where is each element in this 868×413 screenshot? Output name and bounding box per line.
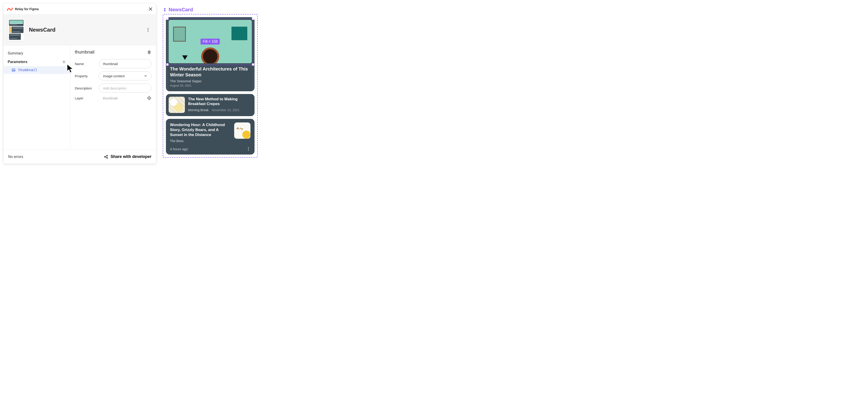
story-title: Wondering Hour: A Childhood Story, Grizz… [170, 123, 231, 137]
svg-point-6 [149, 98, 149, 98]
name-input[interactable] [99, 59, 151, 68]
share-with-developer-button[interactable]: Share with developer [104, 154, 151, 159]
component-header: NewsCard [4, 14, 156, 45]
relay-plugin-panel: Relay for Figma NewsCard Summary Paramet… [4, 4, 156, 164]
news-card-list[interactable]: The New Method to Making Breakfast Crepe… [166, 94, 254, 116]
property-value: image-content [103, 74, 125, 78]
panel-footer: No errors Share with developer [4, 150, 156, 164]
layer-value: thumbnail [99, 96, 143, 100]
parameter-item-label: thumbnail [18, 68, 37, 72]
svg-point-12 [248, 150, 249, 151]
plugin-title: Relay for Figma [15, 7, 148, 11]
parameter-detail-pane: thumbnail Name Property image-content [70, 45, 156, 150]
description-input[interactable] [99, 84, 151, 93]
selection-rect[interactable]: Fill × 158 [167, 19, 253, 65]
layer-label: Layer [75, 96, 95, 100]
image-icon [12, 68, 16, 72]
add-parameter-icon[interactable] [62, 60, 66, 64]
sidebar-summary[interactable]: Summary [4, 49, 70, 58]
panel-body: Summary Parameters thumbnail thumbnail [4, 45, 156, 150]
selection-size-badge: Fill × 158 [200, 39, 220, 44]
figma-component-name: NewsCard [168, 7, 193, 13]
parameter-detail-title: thumbnail [75, 50, 94, 55]
list-date: November 10, 2021 [212, 108, 240, 112]
more-vertical-icon[interactable] [246, 147, 250, 151]
hero-thumbnail-wrapper: Fill × 158 [168, 20, 252, 63]
hero-title: The Wonderful Architectures of This Wint… [170, 66, 250, 78]
sidebar: Summary Parameters thumbnail [4, 45, 70, 150]
property-select[interactable]: image-content [99, 71, 151, 81]
name-label: Name [75, 62, 95, 66]
figma-canvas: NewsCard Fill × 158 The Wonderfu [163, 7, 258, 158]
story-thumbnail [234, 123, 250, 139]
relay-logo-icon [7, 7, 13, 11]
svg-point-11 [248, 149, 249, 149]
component-preview-thumbnail [8, 19, 24, 41]
list-thumbnail [168, 97, 185, 113]
news-card-hero[interactable]: Fill × 158 The Wonderful Architectures o… [166, 17, 254, 91]
selection-handle-tr[interactable] [252, 18, 254, 20]
chevron-down-icon [144, 74, 147, 77]
hero-date: August 25, 2021 [170, 84, 250, 87]
list-title: The New Method to Making Breakfast Crepe… [188, 97, 251, 106]
figma-component-label[interactable]: NewsCard [163, 7, 258, 13]
svg-point-1 [148, 29, 148, 30]
description-label: Description [75, 86, 95, 90]
component-name: NewsCard [29, 27, 145, 33]
svg-point-8 [107, 155, 107, 156]
parameters-label: Parameters [8, 60, 27, 64]
svg-point-2 [148, 31, 148, 31]
locate-layer-icon[interactable] [147, 96, 151, 100]
delete-icon[interactable] [147, 50, 151, 55]
news-card-story[interactable]: Wondering Hour: A Childhood Story, Grizz… [166, 119, 254, 155]
errors-status: No errors [8, 155, 23, 159]
story-time-ago: 4 hours ago [170, 147, 188, 151]
share-icon [104, 155, 108, 159]
more-vertical-icon[interactable] [145, 26, 151, 33]
close-icon[interactable] [148, 7, 153, 11]
property-label: Property [75, 74, 95, 78]
hero-subtitle: The Seasonal Sagas [170, 79, 250, 83]
selection-handle-tl[interactable] [166, 18, 168, 20]
figma-component-frame[interactable]: Fill × 158 The Wonderful Architectures o… [163, 14, 258, 158]
plugin-titlebar: Relay for Figma [4, 4, 156, 14]
svg-point-4 [13, 69, 13, 70]
svg-point-10 [248, 147, 249, 148]
parameter-item-thumbnail[interactable]: thumbnail [4, 66, 70, 74]
component-icon [163, 8, 167, 12]
list-source: Morning Break [188, 108, 209, 112]
share-label: Share with developer [111, 154, 151, 159]
story-source: The Bees [170, 139, 231, 143]
sidebar-parameters-heading[interactable]: Parameters [4, 58, 70, 66]
svg-point-9 [107, 157, 107, 158]
svg-point-7 [104, 156, 105, 157]
svg-point-0 [148, 28, 148, 29]
